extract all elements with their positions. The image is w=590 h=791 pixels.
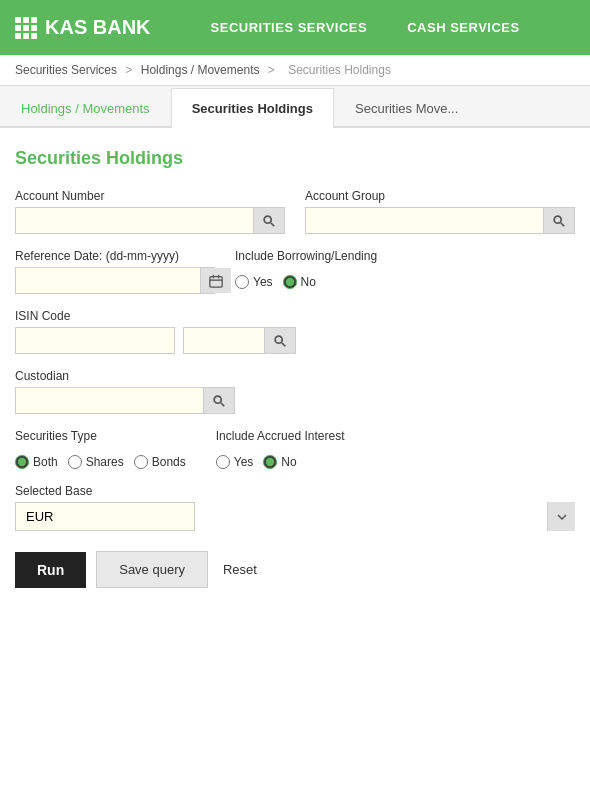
both-radio[interactable]: [15, 455, 29, 469]
svg-rect-4: [210, 276, 222, 287]
breadcrumb: Securities Services > Holdings / Movemen…: [0, 55, 590, 86]
account-number-input-wrap: [15, 207, 285, 234]
both-label: Both: [33, 455, 58, 469]
accrued-yes-option[interactable]: Yes: [216, 455, 254, 469]
selected-base-select[interactable]: EUR USD GBP: [15, 502, 195, 531]
save-query-button[interactable]: Save query: [96, 551, 208, 588]
borrowing-no-label: No: [301, 275, 316, 289]
tab-bar: Holdings / Movements Securities Holdings…: [0, 86, 590, 128]
borrowing-yes-option[interactable]: Yes: [235, 275, 273, 289]
borrowing-radio-group: Yes No: [235, 267, 377, 289]
bonds-option[interactable]: Bonds: [134, 455, 186, 469]
accrued-group: Include Accrued Interest Yes No: [216, 429, 345, 469]
search-icon: [212, 394, 226, 408]
borrowing-group: Include Borrowing/Lending Yes No: [235, 249, 377, 289]
custodian-label: Custodian: [15, 369, 575, 383]
main-content: Securities Holdings Account Number Accou…: [0, 128, 590, 608]
svg-point-8: [275, 336, 282, 343]
isin-input-1[interactable]: [15, 327, 175, 354]
isin-input-row: [15, 327, 575, 354]
sec-type-row: Securities Type Both Shares Bonds Includ…: [15, 429, 575, 469]
breadcrumb-holdings-movements[interactable]: Holdings / Movements: [141, 63, 260, 77]
custodian-search-button[interactable]: [203, 388, 234, 413]
shares-option[interactable]: Shares: [68, 455, 124, 469]
both-option[interactable]: Both: [15, 455, 58, 469]
accrued-no-label: No: [281, 455, 296, 469]
custodian-input-wrap: [15, 387, 235, 414]
reset-button[interactable]: Reset: [218, 552, 262, 587]
svg-line-1: [271, 222, 275, 226]
select-arrow-icon: [547, 502, 575, 531]
logo-text: KAS BANK: [45, 16, 151, 39]
accrued-radio-group: Yes No: [216, 447, 345, 469]
reference-date-input-wrap: 08-10-2018: [15, 267, 215, 294]
selected-base-select-wrap: EUR USD GBP: [15, 502, 575, 531]
svg-point-10: [214, 396, 221, 403]
shares-radio[interactable]: [68, 455, 82, 469]
isin-input-2-wrap: [183, 327, 296, 354]
calendar-icon: [209, 274, 223, 288]
securities-type-radio-group: Both Shares Bonds: [15, 447, 186, 469]
top-nav: KAS BANK SECURITIES SERVICES CASH SERVIC…: [0, 0, 590, 55]
date-borrowing-row: Reference Date: (dd-mm-yyyy) 08-10-2018 …: [15, 249, 575, 294]
account-row: Account Number Account Group: [15, 189, 575, 234]
reference-date-label: Reference Date: (dd-mm-yyyy): [15, 249, 215, 263]
svg-line-9: [282, 342, 286, 346]
tab-securities-holdings[interactable]: Securities Holdings: [171, 88, 334, 128]
svg-point-2: [554, 216, 561, 223]
svg-line-3: [561, 222, 565, 226]
accrued-label: Include Accrued Interest: [216, 429, 345, 443]
nav-cash-services[interactable]: CASH SERVICES: [387, 20, 539, 35]
calendar-button[interactable]: [200, 268, 231, 293]
logo: KAS BANK: [15, 16, 151, 39]
accrued-no-radio[interactable]: [263, 455, 277, 469]
account-group-group: Account Group: [305, 189, 575, 234]
bonds-label: Bonds: [152, 455, 186, 469]
isin-search-button[interactable]: [264, 328, 295, 353]
breadcrumb-securities-services[interactable]: Securities Services: [15, 63, 117, 77]
accrued-no-option[interactable]: No: [263, 455, 296, 469]
account-number-search-button[interactable]: [253, 208, 284, 233]
account-group-input[interactable]: [306, 208, 543, 233]
search-icon: [273, 334, 287, 348]
selected-base-label: Selected Base: [15, 484, 575, 498]
tab-securities-movements[interactable]: Securities Move...: [334, 88, 479, 128]
button-row: Run Save query Reset: [15, 551, 575, 588]
account-number-input[interactable]: [16, 208, 253, 233]
isin-input-2[interactable]: [184, 328, 264, 353]
nav-securities-services[interactable]: SECURITIES SERVICES: [191, 20, 388, 35]
isin-group: ISIN Code: [15, 309, 575, 354]
nav-links: SECURITIES SERVICES CASH SERVICES: [191, 20, 540, 35]
bonds-radio[interactable]: [134, 455, 148, 469]
borrowing-yes-radio[interactable]: [235, 275, 249, 289]
run-button[interactable]: Run: [15, 552, 86, 588]
search-icon: [262, 214, 276, 228]
isin-label: ISIN Code: [15, 309, 575, 323]
reference-date-input[interactable]: 08-10-2018: [16, 268, 200, 293]
borrowing-no-option[interactable]: No: [283, 275, 316, 289]
account-number-group: Account Number: [15, 189, 285, 234]
accrued-yes-radio[interactable]: [216, 455, 230, 469]
shares-label: Shares: [86, 455, 124, 469]
breadcrumb-securities-holdings: Securities Holdings: [288, 63, 391, 77]
accrued-yes-label: Yes: [234, 455, 254, 469]
custodian-group: Custodian: [15, 369, 575, 414]
reference-date-group: Reference Date: (dd-mm-yyyy) 08-10-2018: [15, 249, 215, 294]
custodian-input[interactable]: [16, 388, 203, 413]
account-group-search-button[interactable]: [543, 208, 574, 233]
account-group-input-wrap: [305, 207, 575, 234]
borrowing-yes-label: Yes: [253, 275, 273, 289]
logo-grid-icon: [15, 17, 37, 39]
page-title: Securities Holdings: [15, 148, 575, 169]
securities-type-label: Securities Type: [15, 429, 186, 443]
securities-type-group: Securities Type Both Shares Bonds: [15, 429, 186, 469]
svg-point-0: [264, 216, 271, 223]
selected-base-group: Selected Base EUR USD GBP: [15, 484, 575, 531]
account-number-label: Account Number: [15, 189, 285, 203]
account-group-label: Account Group: [305, 189, 575, 203]
search-icon: [552, 214, 566, 228]
borrowing-no-radio[interactable]: [283, 275, 297, 289]
svg-line-11: [221, 402, 225, 406]
tab-holdings-movements[interactable]: Holdings / Movements: [0, 88, 171, 128]
borrowing-label: Include Borrowing/Lending: [235, 249, 377, 263]
